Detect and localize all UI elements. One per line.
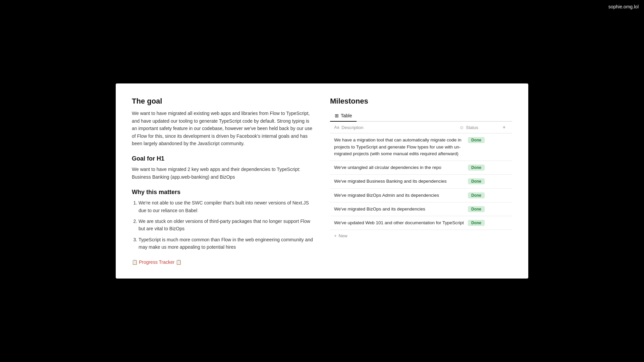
right-column: Milestones ⊞ Table Aa Description ⊙ Stat… xyxy=(330,97,512,265)
table-rows-container: We have a migration tool that can automa… xyxy=(330,133,512,230)
row-status: Done xyxy=(468,178,508,184)
status-badge: Done xyxy=(468,165,485,171)
status-badge: Done xyxy=(468,220,485,226)
goal-title: The goal xyxy=(132,97,314,106)
status-badge: Done xyxy=(468,137,485,143)
row-status: Done xyxy=(468,164,508,171)
progress-tracker-link[interactable]: 📋 Progress Tracker 📋 xyxy=(132,259,181,265)
row-description: We've untangled all circular dependencie… xyxy=(334,164,468,171)
row-description: We have a migration tool that can automa… xyxy=(334,137,468,157)
status-badge: Done xyxy=(468,206,485,212)
table-row[interactable]: We've migrated BizOps Admin and its depe… xyxy=(330,189,512,202)
table-row[interactable]: We have a migration tool that can automa… xyxy=(330,133,512,161)
description-header-label: Description xyxy=(341,125,363,130)
status-header-label: Status xyxy=(466,125,478,130)
row-status: Done xyxy=(468,192,508,198)
why-list: We're not able to use the SWC compiler t… xyxy=(132,199,314,251)
tab-bar: ⊞ Table xyxy=(330,110,512,122)
row-description: We've migrated Business Banking and its … xyxy=(334,178,468,185)
new-row-button[interactable]: + New xyxy=(330,230,512,242)
clock-icon: ⊙ xyxy=(460,125,464,130)
table-row[interactable]: We've migrated BizOps and its dependenci… xyxy=(330,202,512,216)
list-item: We are stuck on older versions of third-… xyxy=(139,218,314,233)
row-description: We've updated Web 101 and other document… xyxy=(334,220,468,226)
left-column: The goal We want to have migrated all ex… xyxy=(132,97,314,265)
table-header: Aa Description ⊙ Status + xyxy=(330,122,512,133)
row-status: Done xyxy=(468,137,508,143)
tab-table[interactable]: ⊞ Table xyxy=(330,110,357,122)
tab-table-label: Table xyxy=(341,113,352,118)
status-header: ⊙ Status xyxy=(460,125,500,130)
new-row-label: New xyxy=(339,233,347,238)
description-header: Aa Description xyxy=(334,125,460,130)
status-badge: Done xyxy=(468,192,485,198)
table-row[interactable]: We've migrated Business Banking and its … xyxy=(330,175,512,188)
row-status: Done xyxy=(468,206,508,212)
add-column-button[interactable]: + xyxy=(500,124,508,130)
watermark-text: sophie.omg.lol xyxy=(608,4,639,9)
goal-body: We want to have migrated all existing we… xyxy=(132,110,314,147)
progress-tracker-label: 📋 Progress Tracker 📋 xyxy=(132,259,181,265)
status-badge: Done xyxy=(468,178,485,184)
h1-body: We want to have migrated 2 key web apps … xyxy=(132,166,314,181)
plus-icon: + xyxy=(334,233,337,238)
table-icon: ⊞ xyxy=(335,113,339,118)
row-status: Done xyxy=(468,220,508,226)
page-container: The goal We want to have migrated all ex… xyxy=(116,83,528,278)
milestones-title: Milestones xyxy=(330,97,512,106)
aa-icon: Aa xyxy=(334,125,339,130)
row-description: We've migrated BizOps Admin and its depe… xyxy=(334,192,468,199)
table-row[interactable]: We've updated Web 101 and other document… xyxy=(330,216,512,230)
row-description: We've migrated BizOps and its dependenci… xyxy=(334,206,468,213)
why-title: Why this matters xyxy=(132,189,314,196)
table-row[interactable]: We've untangled all circular dependencie… xyxy=(330,161,512,175)
list-item: We're not able to use the SWC compiler t… xyxy=(139,199,314,214)
list-item: TypeScript is much more common than Flow… xyxy=(139,236,314,251)
h1-title: Goal for H1 xyxy=(132,155,314,162)
